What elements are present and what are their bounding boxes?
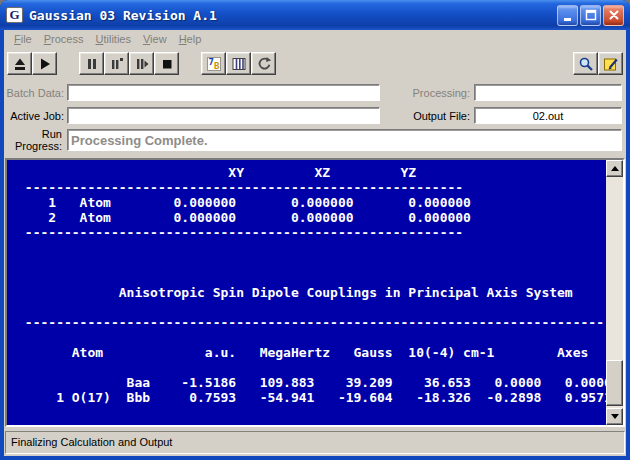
view-output-button[interactable] <box>573 52 598 75</box>
console-line: ----------------------------------------… <box>17 315 602 330</box>
menu-process-label: rocess <box>51 33 83 45</box>
stop-button[interactable] <box>154 52 179 75</box>
menu-process-accel: P <box>44 33 51 45</box>
view-columns-button[interactable] <box>226 52 251 75</box>
console-line: Baa -1.5186 109.883 39.209 36.653 0.0000… <box>17 375 602 390</box>
menu-view[interactable]: View <box>137 31 173 47</box>
load-input-button[interactable] <box>7 52 32 75</box>
output-file-label: Output File: <box>382 110 470 122</box>
console-line: 2 Atom 0.000000 0.000000 0.000000 <box>17 210 602 225</box>
console-line: 1 Atom 0.000000 0.000000 0.000000 <box>17 195 602 210</box>
run-progress-label: Run Progress: <box>4 128 62 152</box>
console-line <box>17 270 602 285</box>
minimize-icon <box>561 8 575 22</box>
maximize-icon <box>584 8 598 22</box>
status-text: Finalizing Calculation and Output <box>11 436 172 448</box>
maximize-button[interactable] <box>580 5 601 26</box>
pause-icon <box>84 56 100 72</box>
menu-help-label: elp <box>187 33 202 45</box>
svg-text:B: B <box>214 61 220 71</box>
output-file-input[interactable] <box>474 107 622 124</box>
console-line <box>17 330 602 345</box>
menu-view-label: iew <box>150 33 167 45</box>
status-bar: Finalizing Calculation and Output <box>5 431 625 454</box>
pause-button[interactable] <box>79 52 104 75</box>
menu-help-accel: H <box>179 33 187 45</box>
arrow-up-icon <box>611 166 619 171</box>
play-icon <box>37 56 53 72</box>
edit-file-button[interactable] <box>598 52 623 75</box>
batch-data-input[interactable] <box>67 84 380 101</box>
menu-help[interactable]: Help <box>173 31 208 47</box>
console-line: ----------------------------------------… <box>17 225 602 240</box>
menu-utilities-label: tilities <box>103 33 131 45</box>
console-line: 1 O(17) Bbb 0.7593 -54.941 -19.604 -18.3… <box>17 390 602 405</box>
scroll-up-button[interactable] <box>606 160 623 177</box>
processing-label: Processing: <box>382 87 470 99</box>
resume-step-button[interactable] <box>129 52 154 75</box>
edit-pencil-icon <box>603 56 619 72</box>
gaussian-window: G Gaussian 03 Revision A.1 File Process … <box>0 0 630 460</box>
run-progress-input[interactable] <box>67 129 622 151</box>
console-line <box>17 300 602 315</box>
window-controls <box>557 5 624 26</box>
step-icon <box>134 56 150 72</box>
scrollbar-thumb[interactable] <box>606 360 623 406</box>
toolbar: 7 B <box>4 48 626 79</box>
requeue-button[interactable] <box>251 52 276 75</box>
pause-after-link-button[interactable] <box>104 52 129 75</box>
close-icon <box>607 8 621 22</box>
eject-icon <box>12 56 28 72</box>
batch-data-label: Batch Data: <box>4 87 64 99</box>
menu-file[interactable]: File <box>8 31 38 47</box>
active-job-label: Active Job: <box>4 110 64 122</box>
arrow-down-icon <box>611 414 619 419</box>
console-line: Atom a.u. MegaHertz Gauss 10(-4) cm-1 Ax… <box>17 345 602 360</box>
edit-job-button[interactable]: 7 B <box>201 52 226 75</box>
menu-bar: File Process Utilities View Help <box>4 30 626 48</box>
search-icon <box>578 56 594 72</box>
vertical-scrollbar[interactable] <box>606 160 623 425</box>
menu-file-accel: F <box>14 33 21 45</box>
menu-utilities[interactable]: Utilities <box>90 31 137 47</box>
console-line: XY XZ YZ <box>17 165 602 180</box>
refresh-icon <box>256 56 272 72</box>
columns-icon <box>231 56 247 72</box>
menu-process[interactable]: Process <box>38 31 90 47</box>
console-text: XY XZ YZ -------------------------------… <box>17 165 602 423</box>
active-job-input[interactable] <box>67 107 380 124</box>
run-button[interactable] <box>32 52 57 75</box>
processing-input[interactable] <box>474 84 622 101</box>
title-bar: G Gaussian 03 Revision A.1 <box>0 0 630 30</box>
scroll-down-button[interactable] <box>606 408 623 425</box>
minimize-button[interactable] <box>557 5 578 26</box>
pause-step-icon <box>109 56 125 72</box>
app-icon: G <box>6 7 23 23</box>
console-line <box>17 255 602 270</box>
close-button[interactable] <box>603 5 624 26</box>
console-line: ----------------------------------------… <box>17 180 602 195</box>
output-console: XY XZ YZ -------------------------------… <box>5 158 625 427</box>
window-title: Gaussian 03 Revision A.1 <box>29 8 217 23</box>
console-line <box>17 240 602 255</box>
window-body: File Process Utilities View Help <box>4 30 626 456</box>
edit-data-icon: 7 B <box>206 56 222 72</box>
console-line: Anisotropic Spin Dipole Couplings in Pri… <box>17 285 602 300</box>
console-line <box>17 360 602 375</box>
menu-file-label: ile <box>21 33 32 45</box>
stop-icon <box>159 56 175 72</box>
